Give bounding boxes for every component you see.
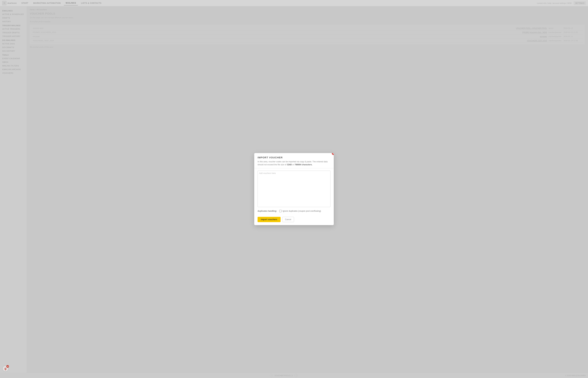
modal-actions: Import vouchers Cancel	[254, 217, 334, 225]
modal-title: IMPORT VOUCHER	[258, 156, 330, 159]
modal-overlay: × IMPORT VOUCHER In this area, voucher c…	[0, 0, 588, 378]
modal-body: duplicates handling: Ignore duplicates (…	[254, 168, 334, 217]
ignore-duplicates-checkbox[interactable]	[279, 210, 281, 212]
modal-char-limit: 788894 characters.	[295, 163, 312, 166]
modal-description: In this area, voucher codes can be impor…	[258, 160, 330, 166]
ignore-duplicates-checkbox-wrapper[interactable]: Ignore duplicates (coupon pool overflowi…	[279, 210, 321, 212]
duplicates-label: duplicates handling:	[258, 210, 277, 212]
gravio-badge[interactable]: g 18	[2, 365, 9, 372]
gravio-icon: g	[5, 367, 6, 370]
import-vouchers-button[interactable]: Import vouchers	[258, 217, 281, 222]
duplicates-handling-row: duplicates handling: Ignore duplicates (…	[258, 210, 330, 212]
ignore-duplicates-label: Ignore duplicates (coupon pool overflowi…	[282, 210, 321, 212]
import-voucher-modal: × IMPORT VOUCHER In this area, voucher c…	[254, 153, 334, 225]
modal-or-text: or	[292, 163, 294, 166]
modal-size-limit: 32kB	[287, 163, 292, 166]
cancel-button[interactable]: Cancel	[282, 217, 294, 222]
gravio-badge-count: 18	[6, 365, 9, 368]
voucher-input[interactable]	[258, 171, 330, 207]
modal-header: IMPORT VOUCHER In this area, voucher cod…	[254, 153, 334, 168]
